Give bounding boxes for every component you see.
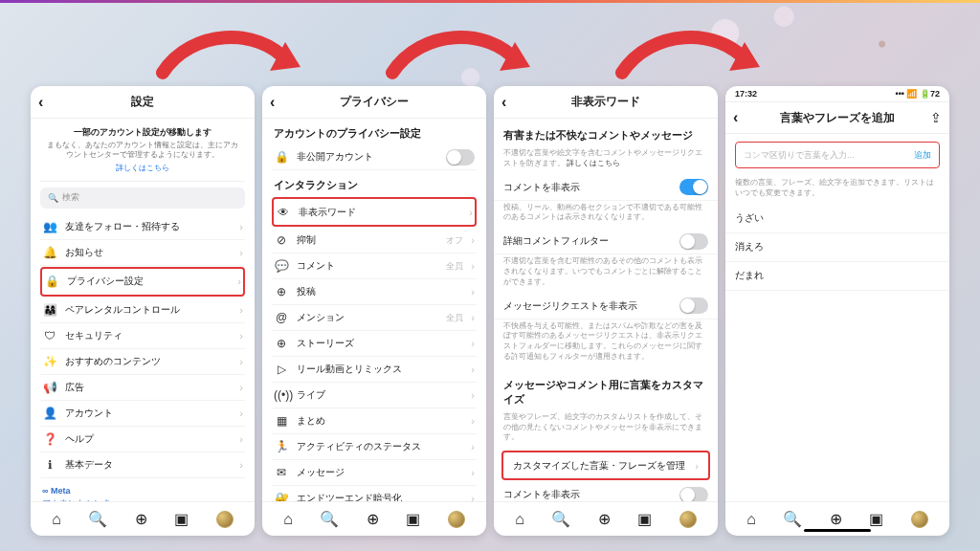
row-label: 非公開アカウント: [297, 150, 438, 164]
back-button[interactable]: ‹: [38, 86, 43, 118]
row-icon: ⊕: [274, 337, 289, 350]
row-trail: 全員: [446, 260, 463, 273]
toggle-row[interactable]: コメントを非表示: [494, 175, 718, 201]
nav-add-icon[interactable]: ⊕: [598, 510, 611, 528]
settings-row[interactable]: ℹ基本データ›: [40, 452, 245, 478]
privacy-row[interactable]: ▦まとめ›: [272, 408, 477, 434]
nav-search-icon[interactable]: 🔍: [320, 510, 339, 528]
nav-reels-icon[interactable]: ▣: [637, 510, 652, 528]
back-button[interactable]: ‹: [733, 102, 738, 133]
nav-search-icon[interactable]: 🔍: [551, 510, 570, 528]
nav-search-icon[interactable]: 🔍: [783, 510, 802, 528]
row-label: ペアレンタルコントロール: [65, 303, 232, 317]
settings-row[interactable]: ❓ヘルプ›: [40, 427, 245, 452]
toggle[interactable]: [679, 233, 708, 250]
privacy-row[interactable]: 🔐エンドツーエンド暗号化›: [272, 486, 477, 501]
privacy-row[interactable]: @メンション全員›: [272, 305, 477, 331]
settings-row[interactable]: 🔒プライバシー設定›: [42, 269, 243, 295]
row-label: ライブ: [297, 388, 463, 402]
row-private-account[interactable]: 🔒 非公開アカウント: [272, 144, 477, 170]
nav-add-icon[interactable]: ⊕: [830, 510, 842, 528]
word-list-item[interactable]: 消えろ: [725, 233, 949, 262]
chevron-right-icon: ›: [239, 221, 243, 232]
nav-profile-avatar[interactable]: [911, 511, 928, 528]
row-label: エンドツーエンド暗号化: [297, 492, 463, 501]
nav-home-icon[interactable]: ⌂: [515, 511, 524, 528]
hidden-words-list[interactable]: 有害または不快なコメントやメッセージ 不適切な言葉や絵文字を含むコメントやメッセ…: [494, 119, 718, 501]
chevron-left-icon: ‹: [501, 94, 506, 111]
toggle-row[interactable]: メッセージリクエストを非表示: [494, 294, 718, 320]
privacy-row[interactable]: ⊕投稿›: [272, 279, 477, 305]
settings-row[interactable]: 👤アカウント›: [40, 401, 245, 427]
chevron-right-icon: ›: [471, 338, 475, 349]
nav-home-icon[interactable]: ⌂: [283, 511, 293, 528]
chevron-right-icon: ›: [239, 408, 243, 419]
privacy-row[interactable]: ((•))ライブ›: [272, 383, 477, 408]
nav-profile-avatar[interactable]: [216, 511, 234, 528]
privacy-row[interactable]: ▷リール動画とリミックス›: [272, 357, 477, 383]
learn-more-link[interactable]: 詳しくはこちら: [567, 159, 620, 167]
settings-row[interactable]: ✨おすすめのコンテンツ›: [40, 349, 245, 375]
chevron-right-icon: ›: [237, 276, 241, 287]
privacy-row[interactable]: 💬コメント全員›: [272, 253, 477, 279]
row-icon: ✉: [274, 466, 289, 479]
privacy-list[interactable]: アカウントのプライバシー設定 🔒 非公開アカウント インタラクション 👁非表示ワ…: [262, 119, 486, 501]
back-button[interactable]: ‹: [501, 86, 506, 118]
row-label: 基本データ: [65, 458, 232, 472]
share-button[interactable]: ⇪: [930, 102, 942, 133]
privacy-row[interactable]: ⊕ストーリーズ›: [272, 331, 477, 357]
chevron-right-icon: ›: [471, 493, 475, 501]
word-list-item[interactable]: うざい: [725, 205, 949, 233]
back-button[interactable]: ‹: [270, 86, 275, 118]
privacy-row[interactable]: ✉メッセージ›: [272, 460, 477, 486]
bottom-nav: ⌂ 🔍 ⊕ ▣: [262, 501, 486, 536]
bottom-nav: ⌂ 🔍 ⊕ ▣: [31, 501, 255, 536]
search-input[interactable]: 🔍 検索: [40, 187, 245, 209]
nav-profile-avatar[interactable]: [448, 511, 465, 528]
toggle[interactable]: [679, 298, 708, 314]
nav-add-icon[interactable]: ⊕: [367, 510, 379, 528]
toggle-private-account[interactable]: [446, 149, 475, 165]
notice-link[interactable]: 詳しくはこちら: [46, 163, 239, 173]
nav-reels-icon[interactable]: ▣: [869, 510, 883, 528]
row-label: まとめ: [297, 414, 463, 428]
word-list-item[interactable]: だまれ: [725, 262, 949, 291]
nav-add-icon[interactable]: ⊕: [135, 510, 147, 528]
nav-home-icon[interactable]: ⌂: [52, 511, 61, 528]
nav-reels-icon[interactable]: ▣: [406, 510, 420, 528]
toggle-row[interactable]: コメントを非表示: [494, 482, 718, 501]
help-text: 複数の言葉、フレーズ、絵文字を追加できます。リストはいつでも変更できます。: [725, 176, 949, 205]
row-label: 投稿: [297, 285, 463, 298]
nav-reels-icon[interactable]: ▣: [174, 510, 189, 528]
chevron-right-icon: ›: [471, 312, 475, 323]
row-icon: ▷: [274, 363, 289, 376]
settings-list[interactable]: 一部のアカウント設定が移動します まもなく、あなたのアカウント情報と設定は、主に…: [31, 119, 255, 501]
word-input[interactable]: コンマ区切りで言葉を入力... 追加: [735, 142, 940, 168]
chevron-right-icon: ›: [471, 364, 475, 375]
settings-row[interactable]: 👥友達をフォロー・招待する›: [40, 214, 245, 240]
custom-subtext: 言葉やフレーズ、絵文字のカスタムリストを作成して、その他の見たくないコメントやメ…: [494, 410, 718, 449]
settings-row[interactable]: 🛡セキュリティ›: [40, 323, 245, 349]
privacy-row[interactable]: 👁非表示ワード›: [274, 199, 475, 225]
add-button[interactable]: 追加: [914, 149, 931, 162]
toggle[interactable]: [679, 487, 708, 501]
privacy-row[interactable]: 🏃アクティビティのステータス›: [272, 434, 477, 460]
settings-row[interactable]: 👨‍👩‍👧ペアレンタルコントロール›: [40, 298, 245, 323]
nav-profile-avatar[interactable]: [679, 511, 697, 528]
migration-notice: 一部のアカウント設定が移動します まもなく、あなたのアカウント情報と設定は、主に…: [40, 119, 245, 182]
screen-hidden-words: ‹ 非表示ワード 有害または不快なコメントやメッセージ 不適切な言葉や絵文字を含…: [494, 86, 718, 536]
nav-search-icon[interactable]: 🔍: [88, 510, 107, 528]
settings-row[interactable]: 🔔お知らせ›: [40, 240, 245, 266]
chevron-left-icon: ‹: [270, 94, 275, 111]
toggle[interactable]: [679, 179, 708, 195]
toggle-row[interactable]: 詳細コメントフィルター: [494, 229, 718, 254]
screen-settings: ‹ 設定 一部のアカウント設定が移動します まもなく、あなたのアカウント情報と設…: [31, 86, 255, 536]
nav-home-icon[interactable]: ⌂: [746, 511, 756, 528]
row-icon: ▦: [274, 414, 289, 428]
row-label: 広告: [65, 381, 232, 394]
row-manage-custom-words[interactable]: カスタマイズした言葉・フレーズを管理 ›: [503, 452, 708, 478]
settings-row[interactable]: 📢広告›: [40, 375, 245, 401]
privacy-row[interactable]: ⊘抑制オフ›: [272, 228, 477, 253]
add-words-body[interactable]: コンマ区切りで言葉を入力... 追加 複数の言葉、フレーズ、絵文字を追加できます…: [725, 134, 949, 501]
row-icon: 🔔: [42, 246, 57, 259]
